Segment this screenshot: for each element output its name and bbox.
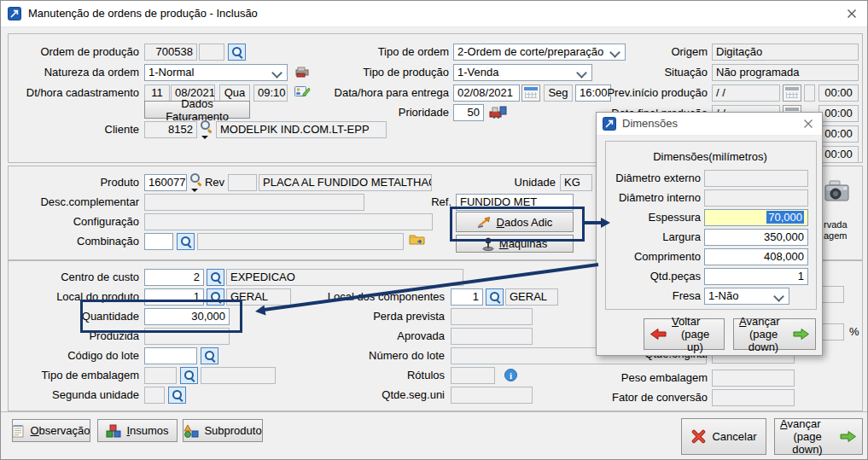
produto-field[interactable]: 160077	[144, 174, 187, 191]
qtde-seg-uni-field	[451, 387, 533, 404]
peso-embalagem-label: Peso embalagem	[547, 370, 708, 387]
fator-conversao-label: Fator de conversão	[547, 389, 708, 406]
tipo-embalagem-code-field	[144, 367, 177, 384]
cancelar-button[interactable]: Cancelar	[681, 418, 766, 455]
observacao-button[interactable]: Observação	[12, 419, 90, 442]
situacao-field: Não programada	[712, 64, 859, 81]
tipo-ordem-label: Tipo de ordem	[291, 44, 449, 61]
fator-conversao-field	[712, 389, 795, 406]
natureza-select[interactable]: 1-Normal	[144, 64, 288, 81]
centro-custo-search-button-icon[interactable]	[207, 269, 224, 286]
close-icon[interactable]	[847, 9, 857, 19]
avancar-button[interactable]: Avançar(page down)	[774, 418, 863, 455]
desc-complementar-label: Desc.complementar	[9, 194, 139, 211]
combinacao-code-field[interactable]	[144, 233, 173, 250]
segunda-unidade-field	[144, 387, 165, 404]
info-icon[interactable]	[504, 369, 517, 381]
subproduto-button[interactable]: Subproduto	[183, 419, 263, 442]
qtd-pecas-field[interactable]: 1	[704, 268, 808, 285]
ref-label: Ref.	[426, 194, 451, 211]
entrega-label: Data/hora para entrega	[291, 84, 449, 102]
notepad-icon	[12, 424, 25, 438]
numero-lote-label: Número do lote	[287, 347, 445, 364]
produto-dropdown-triangle-icon[interactable]	[191, 189, 198, 192]
arrow-right-green-icon	[793, 328, 810, 341]
maquinas-button[interactable]: Máquinas	[456, 235, 574, 253]
produzida-label: Produzida	[9, 328, 139, 345]
espessura-label: Espessura	[607, 209, 701, 226]
segunda-unidade-search-button-icon[interactable]	[168, 387, 186, 404]
diametro-interno-label: Diâmetro interno	[607, 189, 701, 207]
dialog-avancar-button[interactable]: Avançar(page down)	[733, 318, 816, 350]
espessura-field[interactable]: 70,000	[704, 209, 808, 226]
natureza-label: Natureza da ordem	[9, 64, 139, 81]
perda-prevista-label: Perda prevista	[287, 308, 445, 325]
ordem-label: Ordem de produção	[9, 44, 139, 61]
hidden-text-fragment-bottom: agem	[824, 230, 848, 242]
codigo-lote-field[interactable]	[144, 347, 197, 364]
cadastro-label: Dt/hora cadastramento	[9, 84, 139, 102]
prioridade-field[interactable]: 50	[453, 104, 484, 121]
entrega-calendar-icon[interactable]	[521, 84, 540, 102]
combinacao-search-button-icon[interactable]	[177, 233, 195, 250]
local-produto-code-field[interactable]: 1	[144, 288, 204, 306]
origem-label: Origem	[547, 44, 708, 61]
ordem-search-button-icon[interactable]	[228, 44, 246, 61]
camera-icon[interactable]	[824, 180, 850, 203]
segunda-unidade-label: Segunda unidade	[9, 387, 139, 404]
time-row6-field: 00:00	[818, 146, 859, 163]
insumos-button[interactable]: Insumos	[97, 419, 178, 442]
voltar-button[interactable]: Voltar(page up)	[644, 318, 725, 350]
quantidade-label: Quantidade	[9, 308, 139, 325]
diametro-externo-label: Diâmetro externo	[607, 170, 701, 187]
tipo-embalagem-label: Tipo de embalagem	[9, 367, 139, 384]
comprimento-field[interactable]: 408,000	[704, 248, 808, 265]
cliente-search-icon[interactable]	[200, 119, 213, 133]
produto-search-icon[interactable]	[189, 172, 203, 186]
unidade-label: Unidade	[504, 174, 556, 191]
configuracao-field	[144, 213, 433, 230]
fresa-select[interactable]: 1-Não	[704, 288, 789, 305]
qtde-seg-uni-label: Qtde.seg.uni	[287, 387, 445, 404]
centro-custo-name-field: EXPEDICAO	[226, 269, 463, 286]
hidden-text-fragment-top: rvada	[824, 219, 848, 230]
main-window: Manutenção de ordens de produção - Inclu…	[0, 0, 868, 460]
peso-embalagem-field	[712, 370, 795, 387]
cliente-name-field: MODELPIK IND.COM.LT-EPP	[216, 121, 387, 138]
local-componentes-search-button-icon[interactable]	[486, 288, 504, 306]
fresa-label: Fresa	[607, 288, 701, 305]
entrega-date-field[interactable]: 02/08/2021	[453, 84, 520, 102]
tipo-embalagem-search-button-icon[interactable]	[180, 367, 198, 384]
quantidade-field[interactable]: 30,000	[144, 308, 230, 325]
codigo-lote-search-button-icon[interactable]	[201, 347, 218, 364]
close-icon[interactable]	[803, 119, 813, 129]
ref-field[interactable]: FUNDIDO MET	[456, 194, 574, 211]
cliente-label: Cliente	[9, 121, 139, 138]
prioridade-label: Prioridade	[291, 104, 449, 121]
local-componentes-name-field: GERAL	[505, 288, 558, 306]
local-produto-name-field: GERAL	[226, 288, 291, 306]
machine-icon[interactable]	[489, 104, 508, 119]
local-produto-label: Local do produto	[9, 288, 139, 306]
prev-inicio-date-field: / /	[712, 84, 780, 102]
arrow-right-green-icon	[840, 430, 857, 443]
local-produto-search-button-icon[interactable]	[207, 288, 224, 306]
prev-inicio-time-field: 00:00	[818, 84, 859, 102]
dimensoes-dialog-title: Dimensões	[622, 115, 750, 132]
centro-custo-code-field[interactable]: 2	[144, 269, 204, 286]
folder-icon[interactable]	[409, 233, 425, 246]
local-componentes-code-field[interactable]: 1	[451, 288, 483, 306]
combinacao-name-field	[197, 233, 404, 250]
dimensoes-header: Dimensões(milímetros)	[614, 148, 807, 166]
largura-field[interactable]: 350,000	[704, 229, 808, 246]
diametro-externo-field	[704, 170, 808, 187]
perda-prevista-field	[451, 308, 533, 325]
cadastro-time-field: 09:10	[253, 84, 288, 102]
cliente-dropdown-triangle-icon[interactable]	[201, 136, 208, 139]
desc-complementar-field	[144, 194, 364, 211]
subproduct-icon	[184, 424, 199, 438]
produto-label: Produto	[9, 174, 139, 191]
dados-adic-button[interactable]: Dados Adic	[456, 212, 574, 232]
dados-faturamento-button[interactable]: Dados Faturamento	[144, 101, 250, 119]
tipo-embalagem-name-field	[201, 367, 276, 384]
